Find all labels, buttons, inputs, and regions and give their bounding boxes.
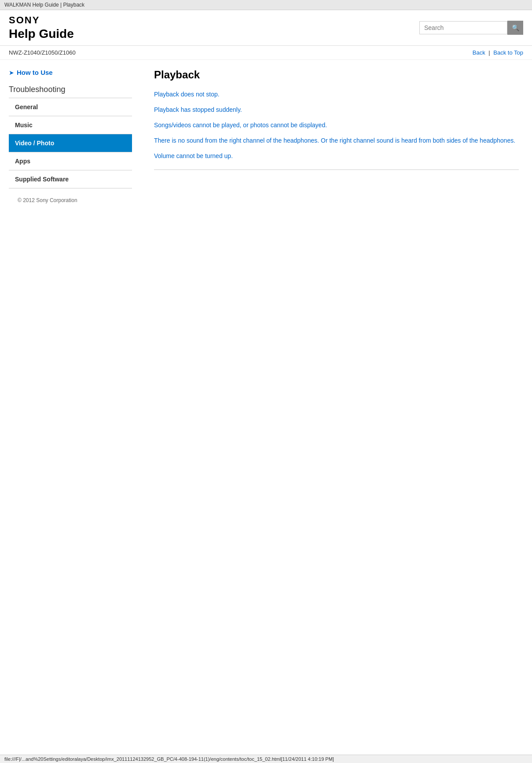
list-item: Songs/videos cannot be played, or photos…: [154, 121, 519, 130]
search-input[interactable]: [419, 21, 507, 34]
sidebar: ➤ How to Use Troubleshooting General Mus…: [0, 60, 136, 324]
sidebar-item-apps-label[interactable]: Apps: [9, 152, 132, 170]
sidebar-item-music-label[interactable]: Music: [9, 116, 132, 134]
main-container: ➤ How to Use Troubleshooting General Mus…: [0, 60, 532, 324]
sony-logo: SONY: [9, 15, 74, 26]
nav-links: Back | Back to Top: [473, 49, 523, 56]
list-item: Playback does not stop.: [154, 90, 519, 99]
browser-title-bar: WALKMAN Help Guide | Playback: [0, 0, 532, 10]
sidebar-item-music[interactable]: Music: [9, 116, 132, 134]
search-button[interactable]: 🔍: [507, 21, 523, 35]
content-divider: [154, 170, 519, 170]
sub-header: NWZ-Z1040/Z1050/Z1060 Back | Back to Top: [0, 46, 532, 60]
header: SONY Help Guide 🔍: [0, 10, 532, 46]
playback-link-5[interactable]: Volume cannot be turned up.: [154, 152, 233, 159]
sidebar-item-supplied-software-label[interactable]: Supplied Software: [9, 170, 132, 188]
browser-title-text: WALKMAN Help Guide | Playback: [4, 2, 84, 8]
playback-link-3[interactable]: Songs/videos cannot be played, or photos…: [154, 122, 327, 129]
sidebar-how-to-use[interactable]: ➤ How to Use: [9, 69, 132, 76]
playback-link-4[interactable]: There is no sound from the right channel…: [154, 137, 515, 144]
sidebar-item-general[interactable]: General: [9, 98, 132, 116]
sidebar-item-supplied-software[interactable]: Supplied Software: [9, 170, 132, 188]
list-item: Playback has stopped suddenly.: [154, 105, 519, 114]
list-item: There is no sound from the right channel…: [154, 136, 519, 145]
content-area: Playback Playback does not stop. Playbac…: [136, 60, 532, 324]
nav-separator: |: [488, 49, 490, 56]
playback-link-1[interactable]: Playback does not stop.: [154, 91, 220, 98]
sidebar-item-general-label[interactable]: General: [9, 98, 132, 116]
sidebar-troubleshooting-title: Troubleshooting: [9, 85, 132, 98]
content-links-list: Playback does not stop. Playback has sto…: [154, 90, 519, 161]
list-item: Volume cannot be turned up.: [154, 151, 519, 161]
header-left: SONY Help Guide: [9, 15, 74, 41]
copyright-text: © 2012 Sony Corporation: [18, 197, 77, 203]
sidebar-item-video-photo-label[interactable]: Video / Photo: [9, 134, 132, 152]
search-icon: 🔍: [512, 24, 519, 31]
playback-link-2[interactable]: Playback has stopped suddenly.: [154, 106, 242, 113]
sidebar-item-video-photo[interactable]: Video / Photo: [9, 134, 132, 152]
sidebar-item-apps[interactable]: Apps: [9, 152, 132, 170]
search-area: 🔍: [419, 21, 523, 35]
sidebar-items-list: General Music Video / Photo Apps Supplie…: [9, 98, 132, 188]
content-title: Playback: [154, 69, 519, 81]
device-model: NWZ-Z1040/Z1050/Z1060: [9, 49, 76, 56]
chevron-right-icon: ➤: [9, 69, 14, 76]
sidebar-how-to-use-link[interactable]: How to Use: [17, 69, 53, 76]
back-link[interactable]: Back: [473, 49, 485, 56]
back-to-top-link[interactable]: Back to Top: [493, 49, 523, 56]
footer: © 2012 Sony Corporation: [9, 188, 132, 212]
help-guide-title: Help Guide: [9, 27, 74, 41]
